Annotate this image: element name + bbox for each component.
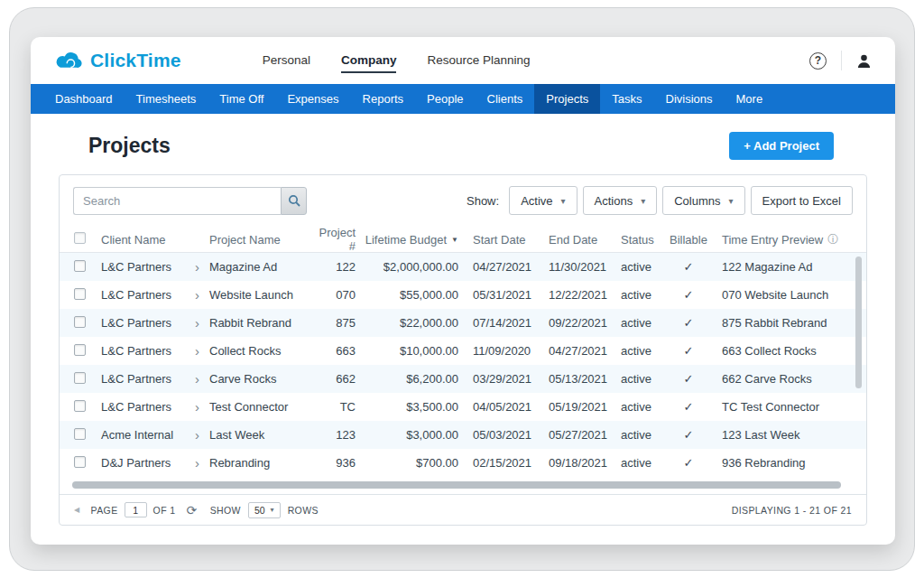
- status-cell: active: [612, 344, 664, 358]
- main-nav-item-dashboard[interactable]: Dashboard: [43, 84, 125, 114]
- start-date-cell: 07/14/2021: [464, 316, 540, 330]
- horizontal-scrollbar[interactable]: [72, 481, 854, 489]
- col-header-project-name[interactable]: Project Name: [209, 233, 314, 247]
- columns-label: Columns: [674, 194, 720, 208]
- row-checkbox[interactable]: [74, 372, 86, 384]
- main-nav-item-more[interactable]: More: [725, 84, 775, 114]
- table-row: Acme Internal › Last Week 123 $3,000.00 …: [60, 421, 866, 449]
- of-pages-label: OF 1: [153, 505, 176, 516]
- project-number-cell: 122: [314, 260, 361, 274]
- start-date-cell: 04/27/2021: [464, 260, 540, 274]
- lifetime-budget-cell: $10,000.00: [361, 344, 464, 358]
- time-entry-preview-cell: 123 Last Week: [713, 428, 852, 442]
- row-checkbox[interactable]: [74, 288, 86, 300]
- clicktime-logo[interactable]: ClickTime: [54, 50, 181, 71]
- expand-chevron-icon[interactable]: ›: [193, 456, 209, 470]
- start-date-cell: 05/31/2021: [464, 288, 540, 302]
- horizontal-scrollbar-thumb[interactable]: [72, 481, 841, 489]
- expand-chevron-icon[interactable]: ›: [193, 372, 209, 386]
- header-actions: ?: [809, 51, 872, 70]
- help-button[interactable]: ?: [809, 52, 827, 70]
- select-all-checkbox[interactable]: [74, 232, 86, 244]
- row-checkbox[interactable]: [74, 316, 86, 328]
- table-row: L&C Partners › Rabbit Rebrand 875 $22,00…: [60, 309, 866, 337]
- top-nav-item-personal[interactable]: Personal: [263, 48, 310, 73]
- project-name-cell: Website Launch: [209, 288, 314, 302]
- project-number-cell: 936: [314, 456, 361, 470]
- expand-chevron-icon[interactable]: ›: [193, 344, 209, 358]
- expand-chevron-icon[interactable]: ›: [193, 288, 209, 302]
- table-row: L&C Partners › Test Connector TC $3,500.…: [60, 393, 866, 421]
- row-checkbox[interactable]: [74, 400, 86, 412]
- col-header-end-date[interactable]: End Date: [540, 233, 612, 247]
- main-nav-item-timesheets[interactable]: Timesheets: [125, 84, 208, 114]
- main-nav-item-divisions[interactable]: Divisions: [654, 84, 725, 114]
- search-input[interactable]: [73, 187, 281, 215]
- billable-check-icon: ✓: [664, 288, 713, 302]
- billable-check-icon: ✓: [664, 372, 713, 386]
- top-nav: PersonalCompanyResource Planning: [263, 48, 531, 73]
- col-header-lifetime-budget[interactable]: Lifetime Budget ▼: [361, 233, 464, 247]
- export-to-excel-button[interactable]: Export to Excel: [751, 186, 853, 215]
- add-project-button[interactable]: + Add Project: [729, 132, 834, 160]
- row-checkbox[interactable]: [74, 428, 86, 440]
- row-checkbox[interactable]: [74, 260, 86, 272]
- main-nav-item-clients[interactable]: Clients: [476, 84, 535, 114]
- search-group: [73, 187, 307, 215]
- show-filter-dropdown[interactable]: Active ▾: [509, 186, 577, 215]
- status-cell: active: [612, 456, 664, 470]
- client-name-cell: Acme Internal: [101, 428, 193, 442]
- main-nav-item-reports[interactable]: Reports: [351, 84, 416, 114]
- help-icon: ?: [815, 54, 821, 67]
- end-date-cell: 11/30/2021: [540, 260, 612, 274]
- expand-chevron-icon[interactable]: ›: [193, 260, 209, 274]
- page-number-input[interactable]: [125, 502, 147, 517]
- main-nav-item-projects[interactable]: Projects: [534, 84, 600, 114]
- col-header-client-name[interactable]: Client Name: [101, 233, 193, 247]
- table-row: L&C Partners › Magazine Ad 122 $2,000,00…: [60, 253, 866, 281]
- previous-page-icon[interactable]: ◀: [74, 506, 80, 514]
- actions-dropdown[interactable]: Actions ▾: [583, 186, 658, 215]
- vertical-scrollbar[interactable]: [855, 256, 862, 388]
- table-row: L&C Partners › Website Launch 070 $55,00…: [60, 281, 866, 309]
- billable-check-icon: ✓: [664, 344, 713, 358]
- project-name-cell: Test Connector: [209, 400, 314, 414]
- billable-check-icon: ✓: [664, 428, 713, 442]
- columns-dropdown[interactable]: Columns ▾: [662, 186, 744, 215]
- col-header-start-date[interactable]: Start Date: [464, 233, 540, 247]
- col-header-billable[interactable]: Billable: [664, 233, 713, 247]
- header-divider: [841, 51, 842, 70]
- info-icon: ⓘ: [827, 232, 838, 247]
- actions-label: Actions: [595, 194, 633, 208]
- project-number-cell: 875: [314, 316, 361, 330]
- col-header-time-entry-preview[interactable]: Time Entry Preview ⓘ: [713, 232, 852, 247]
- search-button[interactable]: [281, 187, 307, 215]
- expand-chevron-icon[interactable]: ›: [193, 316, 209, 330]
- expand-chevron-icon[interactable]: ›: [193, 428, 209, 442]
- main-nav-item-expenses[interactable]: Expenses: [275, 84, 350, 114]
- row-checkbox[interactable]: [74, 456, 86, 468]
- chevron-down-icon: ▾: [561, 196, 566, 206]
- end-date-cell: 04/27/2021: [540, 344, 612, 358]
- expand-chevron-icon[interactable]: ›: [193, 400, 209, 414]
- lifetime-budget-label: Lifetime Budget: [365, 233, 447, 247]
- refresh-icon[interactable]: ⟳: [187, 503, 198, 517]
- start-date-cell: 02/15/2021: [464, 456, 540, 470]
- main-nav-item-tasks[interactable]: Tasks: [600, 84, 653, 114]
- main-nav-item-time-off[interactable]: Time Off: [208, 84, 275, 114]
- main-nav-item-people[interactable]: People: [415, 84, 475, 114]
- top-nav-item-company[interactable]: Company: [341, 48, 397, 73]
- status-cell: active: [612, 400, 664, 414]
- time-entry-preview-label: Time Entry Preview: [722, 233, 823, 247]
- device-frame: ClickTime PersonalCompanyResource Planni…: [9, 7, 915, 571]
- show-label: Show:: [467, 194, 499, 208]
- col-header-status[interactable]: Status: [612, 233, 664, 247]
- user-menu-button[interactable]: [856, 53, 872, 69]
- status-cell: active: [612, 260, 664, 274]
- rows-per-page-select[interactable]: 50 ▾: [248, 502, 281, 518]
- table-row: D&J Partners › Rebranding 936 $700.00 02…: [60, 449, 866, 477]
- top-nav-item-resource-planning[interactable]: Resource Planning: [427, 48, 530, 73]
- row-checkbox[interactable]: [74, 344, 86, 356]
- col-header-project-number[interactable]: Project #: [314, 226, 361, 253]
- status-cell: active: [612, 428, 664, 442]
